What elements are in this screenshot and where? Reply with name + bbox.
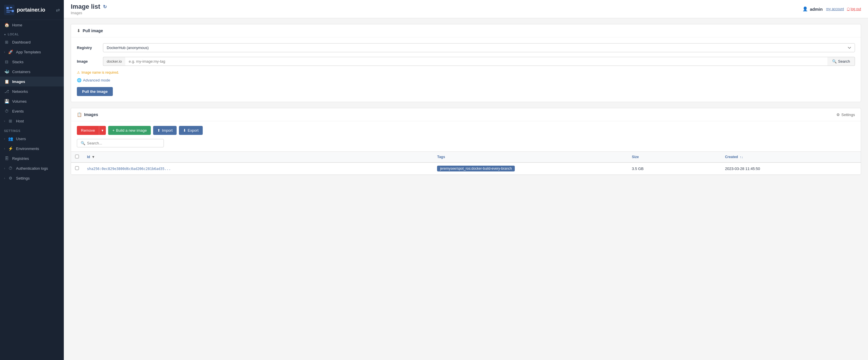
globe-icon: 🌐 bbox=[77, 78, 82, 82]
sidebar-item-host[interactable]: › ⊞ Host bbox=[0, 116, 64, 126]
image-input[interactable] bbox=[125, 57, 828, 66]
search-button[interactable]: 🔍 Search bbox=[828, 57, 855, 66]
sidebar-item-events[interactable]: ⏱ Events bbox=[0, 106, 64, 116]
sidebar-item-containers[interactable]: 🐳 Containers bbox=[0, 67, 64, 77]
advanced-mode-link[interactable]: 🌐 Advanced mode bbox=[77, 78, 855, 82]
images-list-card: 📋 Images ⚙ Settings Remove ▾ + Build a n… bbox=[71, 108, 861, 175]
export-icon: ⬇ bbox=[183, 128, 186, 132]
breadcrumb: Images bbox=[71, 11, 107, 15]
logout-link[interactable]: ⬡ log out bbox=[847, 7, 861, 11]
pull-image-card-body: Registry DockerHub (anonymous) Image doc… bbox=[71, 37, 861, 102]
svg-rect-0 bbox=[4, 5, 14, 15]
environments-icon: ⚡ bbox=[8, 146, 13, 151]
sidebar-item-auth-logs[interactable]: › ⏱ Authentication logs bbox=[0, 163, 64, 173]
dashboard-icon: ⊞ bbox=[4, 40, 9, 44]
search-input[interactable] bbox=[87, 141, 160, 145]
registry-select[interactable]: DockerHub (anonymous) bbox=[103, 43, 855, 52]
image-control: docker.io 🔍 Search bbox=[103, 57, 855, 66]
page-title: Image list ↻ bbox=[71, 3, 107, 10]
image-id-link[interactable]: sha256:0ec829e3800d6c0ad206c281b6ad35... bbox=[87, 167, 171, 171]
sidebar: portainer.io ⇄ 🏠 Home ● LOCAL ⊞ Dashboar… bbox=[0, 0, 64, 360]
sidebar-item-home[interactable]: 🏠 Home bbox=[0, 20, 64, 30]
chevron-icon: › bbox=[4, 51, 5, 54]
table-header: Id ▼ Tags Size Created bbox=[71, 152, 861, 163]
svg-rect-3 bbox=[6, 10, 12, 11]
image-input-group: docker.io 🔍 Search bbox=[103, 57, 855, 66]
row-checkbox[interactable] bbox=[75, 166, 79, 170]
svg-rect-2 bbox=[10, 7, 12, 8]
sidebar-item-images[interactable]: 📋 Images bbox=[0, 77, 64, 86]
table-row: sha256:0ec829e3800d6c0ad206c281b6ad35...… bbox=[71, 162, 861, 175]
transfer-icon[interactable]: ⇄ bbox=[56, 7, 60, 13]
settings-icon: ⚙ bbox=[8, 176, 13, 180]
row-created-cell: 2023-03-28 11:45:50 bbox=[721, 162, 861, 175]
row-checkbox-cell bbox=[71, 162, 83, 175]
volumes-icon: 💾 bbox=[4, 99, 9, 103]
my-account-link[interactable]: my account bbox=[826, 7, 844, 11]
header-links: my account ⬡ log out bbox=[826, 7, 861, 11]
refresh-icon[interactable]: ↻ bbox=[103, 4, 107, 9]
image-prefix: docker.io bbox=[103, 57, 125, 66]
export-button[interactable]: ⬇ Export bbox=[179, 126, 203, 135]
build-image-button[interactable]: + Build a new image bbox=[108, 126, 151, 135]
sidebar-item-volumes[interactable]: 💾 Volumes bbox=[0, 96, 64, 106]
images-icon: 📋 bbox=[4, 79, 9, 84]
registry-label: Registry bbox=[77, 46, 103, 50]
sidebar-item-dashboard[interactable]: ⊞ Dashboard bbox=[0, 37, 64, 47]
svg-point-5 bbox=[11, 10, 14, 12]
auth-logs-icon: ⏱ bbox=[8, 166, 13, 171]
page-header: Image list ↻ Images 👤 admin my account ⬡… bbox=[64, 0, 868, 18]
remove-dropdown-button[interactable]: ▾ bbox=[99, 126, 106, 135]
logo-text: portainer.io bbox=[17, 7, 45, 13]
sidebar-item-app-templates[interactable]: › 🚀 App Templates bbox=[0, 47, 64, 57]
events-icon: ⏱ bbox=[4, 109, 9, 113]
page-content: ⬇ Pull image Registry DockerHub (anonymo… bbox=[64, 18, 868, 360]
row-size-cell: 3.5 GB bbox=[628, 162, 721, 175]
settings-section-label: SETTINGS bbox=[0, 126, 64, 134]
pull-image-button[interactable]: Pull the image bbox=[77, 87, 113, 96]
col-id-header[interactable]: Id ▼ bbox=[83, 152, 433, 163]
settings-chevron-icon: › bbox=[4, 177, 5, 180]
images-section-header: 📋 Images ⚙ Settings bbox=[71, 108, 861, 121]
select-all-checkbox[interactable] bbox=[75, 155, 79, 158]
app-templates-icon: 🚀 bbox=[8, 50, 13, 54]
search-input-wrap: 🔍 bbox=[77, 139, 164, 147]
search-btn-icon: 🔍 bbox=[832, 59, 837, 63]
env-chevron-icon: › bbox=[4, 147, 5, 150]
logo-area: portainer.io ⇄ bbox=[0, 0, 64, 20]
action-bar: Remove ▾ + Build a new image ⬆ Import ⬇ … bbox=[71, 121, 861, 135]
import-button[interactable]: ⬆ Import bbox=[153, 126, 177, 135]
search-icon: 🔍 bbox=[81, 141, 85, 145]
sidebar-item-registries[interactable]: 🗄 Registries bbox=[0, 153, 64, 163]
host-chevron-icon: › bbox=[4, 120, 5, 123]
sidebar-item-users[interactable]: › 👥 Users bbox=[0, 134, 64, 144]
users-chevron-icon: › bbox=[4, 137, 5, 141]
registry-row: Registry DockerHub (anonymous) bbox=[77, 43, 855, 52]
sidebar-item-environments[interactable]: › ⚡ Environments bbox=[0, 144, 64, 153]
filter-icon: ▼ bbox=[92, 155, 95, 159]
home-icon: 🏠 bbox=[4, 23, 9, 27]
col-checkbox-header bbox=[71, 152, 83, 163]
sidebar-item-networks[interactable]: ⎇ Networks bbox=[0, 86, 64, 96]
svg-rect-4 bbox=[6, 12, 10, 12]
stacks-icon: ⊟ bbox=[4, 59, 9, 64]
registries-icon: 🗄 bbox=[4, 156, 9, 161]
svg-rect-1 bbox=[6, 7, 9, 9]
header-right: 👤 admin my account ⬡ log out bbox=[802, 6, 861, 11]
search-row: 🔍 bbox=[71, 139, 861, 151]
header-left: Image list ↻ Images bbox=[71, 3, 107, 15]
images-section-title: 📋 Images bbox=[77, 112, 98, 117]
remove-button[interactable]: Remove bbox=[77, 126, 99, 135]
main-content: Image list ↻ Images 👤 admin my account ⬡… bbox=[64, 0, 868, 360]
sidebar-item-settings[interactable]: › ⚙ Settings bbox=[0, 173, 64, 183]
user-display: 👤 admin bbox=[802, 6, 823, 11]
images-settings-link[interactable]: ⚙ Settings bbox=[836, 113, 855, 117]
gear-icon: ⚙ bbox=[836, 113, 840, 117]
auth-chevron-icon: › bbox=[4, 167, 5, 170]
sidebar-item-stacks[interactable]: ⊟ Stacks bbox=[0, 57, 64, 67]
col-created-header[interactable]: Created ↑↓ bbox=[721, 152, 861, 163]
logout-icon: ⬡ bbox=[847, 7, 850, 11]
action-buttons: Remove ▾ + Build a new image ⬆ Import ⬇ … bbox=[77, 126, 855, 135]
registry-control: DockerHub (anonymous) bbox=[103, 43, 855, 52]
row-tags-cell: jeremysee/spot_ros:docker-build-every-br… bbox=[433, 162, 628, 175]
